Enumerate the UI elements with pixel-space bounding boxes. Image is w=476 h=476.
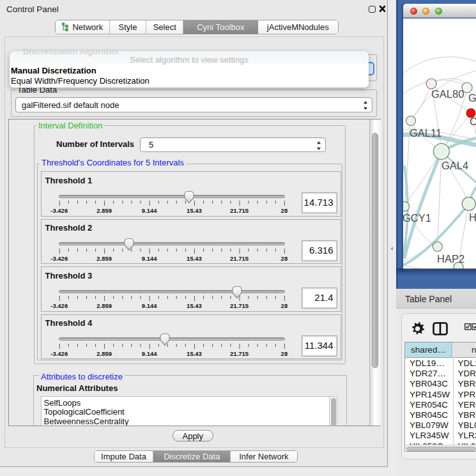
svg-text:GCY1: GCY1	[403, 212, 431, 224]
svg-text:GAL11: GAL11	[410, 127, 441, 139]
svg-text:H: H	[469, 211, 476, 223]
svg-text:C: C	[470, 116, 476, 127]
svg-text:HAP2: HAP2	[437, 253, 464, 265]
svg-text:GAL80: GAL80	[431, 88, 464, 100]
svg-text:GAL4: GAL4	[441, 160, 468, 171]
svg-text:GA: GA	[468, 92, 476, 104]
